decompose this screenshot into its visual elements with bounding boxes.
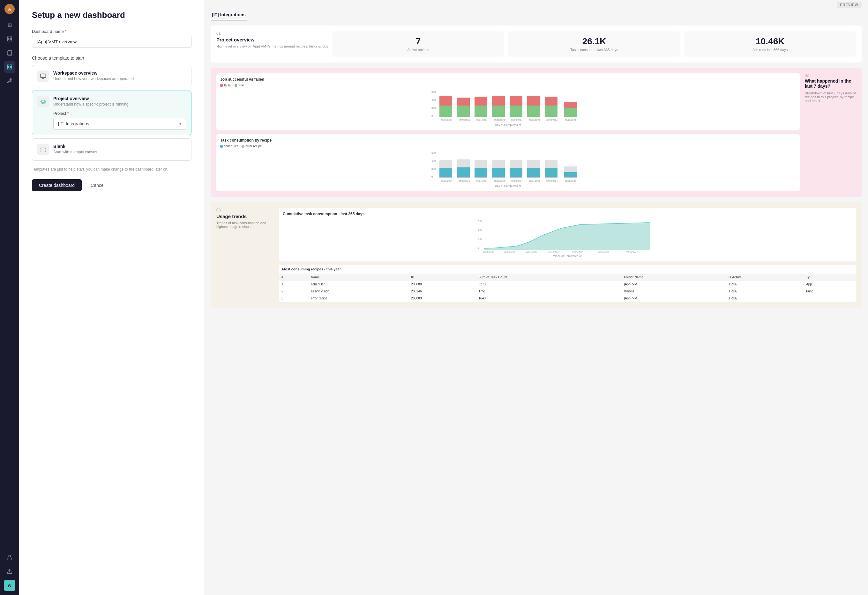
svg-text:12/18/2023: 12/18/2023 [548, 250, 559, 253]
th-name: Name [308, 274, 409, 281]
svg-text:30k: 30k [478, 220, 483, 222]
section-02-subtitle: Breakdown of last 7 days runs of recipes… [805, 91, 856, 103]
svg-text:400: 400 [431, 159, 436, 162]
svg-rect-7 [7, 68, 9, 69]
svg-text:11/06/2023: 11/06/2023 [483, 250, 494, 253]
sidebar-item-book[interactable] [4, 47, 15, 59]
svg-text:12/04/2023: 12/04/2023 [526, 250, 537, 253]
svg-text:05/22/2024: 05/22/2024 [494, 180, 505, 182]
sidebar-item-wrench[interactable] [4, 75, 15, 87]
svg-rect-75 [564, 177, 577, 178]
template-project[interactable]: Project overview Understand how a specif… [32, 91, 192, 135]
preview-section-03: 03 Usage trends Trends of task consumpti… [211, 202, 862, 308]
line-chart: Cumulative task consumption - last 365 d… [279, 208, 856, 261]
task-chart-title: Task consumption by recipe [220, 138, 796, 143]
svg-rect-23 [475, 97, 487, 106]
th-folder: Folder Name [621, 274, 726, 281]
svg-text:05/21/2024: 05/21/2024 [476, 119, 487, 121]
svg-rect-62 [492, 168, 505, 178]
template-section-label: Choose a template to start [32, 56, 192, 60]
blank-icon [37, 144, 49, 155]
metric-label-tasks: Tasks consumed last 365 days [514, 48, 675, 52]
svg-rect-30 [509, 106, 523, 117]
svg-rect-24 [475, 106, 487, 117]
metric-label-jobs: Job runs last 365 days [689, 48, 851, 52]
section-03-title: Usage trends [216, 214, 274, 219]
sidebar-item-layers[interactable]: ⊞ [4, 19, 15, 31]
svg-text:0: 0 [431, 175, 433, 178]
svg-text:05/21/2024: 05/21/2024 [476, 180, 487, 182]
section-03-num: 03 [216, 208, 274, 212]
action-row: Create dashboard Cancel [32, 179, 192, 191]
svg-text:600: 600 [431, 91, 436, 93]
table-row: 3 error recipe 285889 1640 [App] VMT TRU… [279, 295, 856, 302]
svg-rect-39 [564, 108, 577, 117]
section-02-num: 02 [805, 73, 856, 77]
svg-rect-20 [457, 97, 470, 106]
section-01-subtitle: High-level overview of [App] VMT's metri… [216, 44, 328, 48]
table-row: 2 assign vision 288146 1751 Visions TRUE… [279, 288, 856, 295]
sidebar-item-user[interactable] [4, 552, 15, 563]
sidebar-logo: w [4, 580, 15, 591]
svg-rect-38 [564, 102, 577, 108]
project-select[interactable]: [IT] Integrations Project A Project B [53, 118, 186, 130]
svg-rect-59 [475, 168, 487, 178]
preview-header: PREVIEW [204, 0, 868, 10]
svg-text:05/19/2024: 05/19/2024 [441, 119, 452, 121]
blank-template-name: Blank [53, 144, 186, 149]
project-template-desc: Understand how a specific project is run… [53, 102, 186, 106]
task-bar-chart-svg: 600 400 200 0 [220, 150, 796, 183]
svg-rect-60 [475, 177, 487, 178]
svg-rect-10 [41, 74, 46, 78]
blank-template-desc: Start with a empty canvas [53, 150, 186, 154]
section-03-subtitle: Trends of task consumption and highest u… [216, 221, 274, 228]
svg-rect-71 [545, 168, 558, 178]
svg-rect-36 [545, 106, 558, 117]
workspace-template-name: Workspace overview [53, 71, 186, 75]
th-id: ID [409, 274, 476, 281]
legend-error-dot [242, 145, 244, 148]
table-header-row: # Name ID Sum of Task Count Folder Name … [279, 274, 856, 281]
svg-point-8 [9, 555, 10, 557]
svg-rect-27 [492, 106, 505, 117]
svg-text:05/20/2024: 05/20/2024 [459, 180, 470, 182]
task-chart: Task consumption by recipe scheduler err… [216, 134, 800, 191]
sidebar-item-chart[interactable] [4, 33, 15, 45]
section-01-title: Project overview [216, 37, 328, 43]
page-title: Setup a new dashboard [32, 10, 192, 20]
sidebar-item-dashboard[interactable] [4, 61, 15, 73]
svg-text:600: 600 [431, 152, 436, 154]
svg-rect-6 [10, 68, 12, 69]
metric-value-tasks: 26.1K [514, 36, 675, 47]
svg-rect-54 [440, 177, 452, 178]
template-workspace[interactable]: Workspace overview Understand how your w… [32, 65, 192, 87]
svg-rect-56 [457, 167, 470, 178]
svg-rect-3 [7, 40, 9, 41]
svg-text:05/26/2024: 05/26/2024 [565, 180, 576, 182]
job-chart-title: Job successful vs failed [220, 77, 796, 82]
recipes-table: Most consuming recipes - this year # Nam… [279, 265, 856, 302]
svg-text:05/26/2024: 05/26/2024 [565, 119, 576, 121]
avatar[interactable]: A [4, 4, 15, 14]
required-indicator: * [65, 29, 66, 34]
cancel-button[interactable]: Cancel [86, 179, 110, 191]
dashboard-name-label: Dashboard name * [32, 29, 192, 34]
template-blank[interactable]: Blank Start with a empty canvas [32, 138, 192, 161]
sidebar-item-export[interactable] [4, 566, 15, 577]
section-02-title: What happened in the last 7 days? [805, 78, 856, 88]
metric-jobs: 10.46K Job runs last 365 days [685, 31, 856, 57]
create-dashboard-button[interactable]: Create dashboard [32, 179, 82, 191]
svg-rect-57 [457, 177, 470, 178]
metric-active-recipes: 7 Active recipes [332, 31, 504, 57]
project-icon [37, 96, 49, 108]
svg-text:05/25/2024: 05/25/2024 [546, 180, 558, 182]
svg-rect-2 [10, 40, 12, 41]
preview-panel: PREVIEW [IT] Integrations 01 Project ove… [204, 0, 868, 595]
line-chart-title: Cumulative task consumption - last 365 d… [283, 212, 852, 216]
svg-text:200: 200 [431, 167, 436, 170]
svg-rect-21 [457, 106, 470, 117]
svg-text:10k: 10k [478, 237, 483, 240]
dashboard-name-input[interactable] [32, 36, 192, 48]
project-field-label: Project * [53, 111, 186, 116]
line-chart-svg: 30k 20k 10k 0 11/06/2023 11/20/2023 12/0… [283, 218, 852, 253]
